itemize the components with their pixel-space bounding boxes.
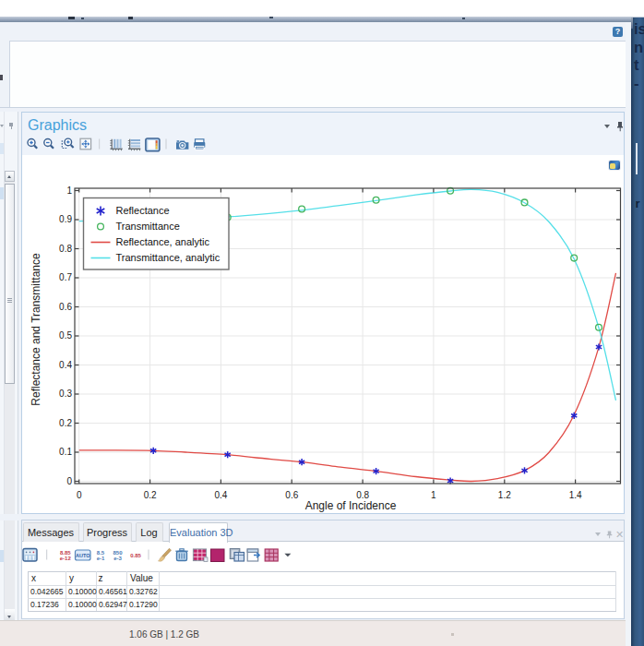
svg-text:0: 0 <box>77 490 82 500</box>
svg-text:1.4: 1.4 <box>569 490 582 500</box>
svg-text:850: 850 <box>113 550 123 556</box>
svg-text:1.2: 1.2 <box>498 490 511 500</box>
svg-text:0.3: 0.3 <box>59 389 72 399</box>
svg-text:1: 1 <box>66 185 72 196</box>
svg-text:0.85: 0.85 <box>130 553 141 558</box>
svg-text:8.85: 8.85 <box>60 550 71 556</box>
svg-text:1: 1 <box>431 490 436 500</box>
svg-text:0.6: 0.6 <box>59 302 72 312</box>
svg-text:Reflectance: Reflectance <box>116 205 170 216</box>
svg-text:0.6: 0.6 <box>285 490 298 500</box>
svg-text:0.2: 0.2 <box>144 490 157 500</box>
svg-text:AUTO: AUTO <box>76 553 90 558</box>
svg-text:0.7: 0.7 <box>59 272 72 282</box>
svg-text:0.4: 0.4 <box>214 490 227 500</box>
svg-text:0.2: 0.2 <box>59 418 72 428</box>
svg-text:0.1: 0.1 <box>59 447 72 457</box>
svg-text:0.9: 0.9 <box>59 214 72 224</box>
svg-text:Transmittance: Transmittance <box>116 221 180 232</box>
svg-text:Reflectance, analytic: Reflectance, analytic <box>116 236 210 247</box>
svg-text:e-12: e-12 <box>60 556 72 561</box>
svg-text:0.5: 0.5 <box>59 330 72 341</box>
svg-text:Reflectance and Transmittance: Reflectance and Transmittance <box>30 253 42 406</box>
svg-text:e-1: e-1 <box>97 556 105 561</box>
svg-text:Transmittance, analytic: Transmittance, analytic <box>116 252 221 263</box>
svg-text:8.5: 8.5 <box>97 550 105 556</box>
svg-text:Angle of Incidence: Angle of Incidence <box>305 499 397 512</box>
svg-text:0: 0 <box>66 476 72 486</box>
svg-text:e-3: e-3 <box>113 556 122 561</box>
svg-text:0.4: 0.4 <box>59 360 72 370</box>
svg-text:0.8: 0.8 <box>59 244 72 254</box>
